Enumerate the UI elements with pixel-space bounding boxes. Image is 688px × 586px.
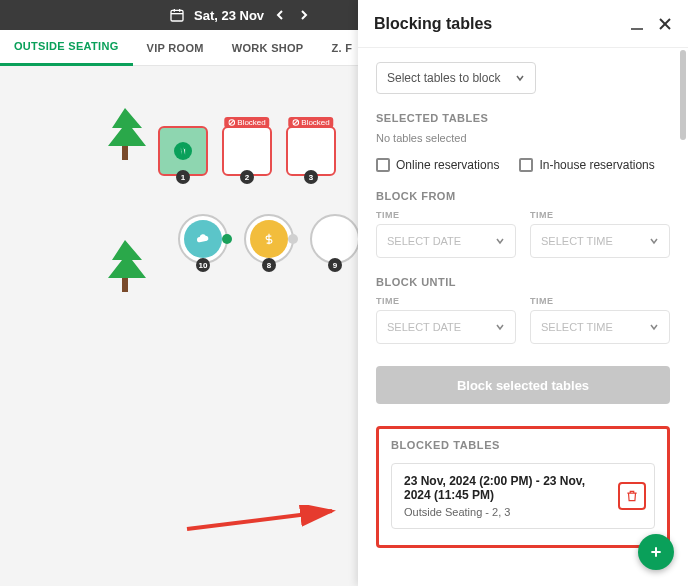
panel-body: Select tables to block SELECTED TABLES N… <box>358 48 688 586</box>
status-dot <box>288 234 298 244</box>
table-8[interactable]: 8 <box>244 214 294 264</box>
block-from-label: BLOCK FROM <box>376 190 670 202</box>
tab-work-shop[interactable]: WORK SHOP <box>218 30 318 66</box>
blocked-entry: 23 Nov, 2024 (2:00 PM) - 23 Nov, 2024 (1… <box>391 463 655 529</box>
select-tables-dropdown[interactable]: Select tables to block <box>376 62 536 94</box>
block-until-date[interactable]: SELECT DATE <box>376 310 516 344</box>
cloud-icon <box>184 220 222 258</box>
tree-icon <box>102 238 148 298</box>
svg-marker-19 <box>108 108 146 146</box>
delete-block-button[interactable] <box>618 482 646 510</box>
block-from-time[interactable]: SELECT TIME <box>530 224 670 258</box>
checkbox-icon <box>376 158 390 172</box>
block-from-date[interactable]: SELECT DATE <box>376 224 516 258</box>
inhouse-reservations-checkbox[interactable]: In-house reservations <box>519 158 654 172</box>
block-selected-button[interactable]: Block selected tables <box>376 366 670 404</box>
svg-rect-22 <box>122 278 128 292</box>
table-10[interactable]: 10 <box>178 214 228 264</box>
time-heading: TIME <box>376 296 516 306</box>
online-reservations-checkbox[interactable]: Online reservations <box>376 158 499 172</box>
online-reservations-label: Online reservations <box>396 158 499 172</box>
calendar-icon[interactable] <box>168 6 186 24</box>
reservation-type-row: Online reservations In-house reservation… <box>376 158 670 172</box>
trash-icon <box>625 489 639 503</box>
tab-vip-room[interactable]: VIP ROOM <box>133 30 218 66</box>
table-3[interactable]: Blocked 3 <box>286 126 336 176</box>
checkbox-icon <box>519 158 533 172</box>
date-navigator: Sat, 23 Nov <box>168 6 312 24</box>
table-number: 1 <box>176 170 190 184</box>
table-1[interactable]: 1 <box>158 126 208 176</box>
table-number: 2 <box>240 170 254 184</box>
current-date[interactable]: Sat, 23 Nov <box>194 8 264 23</box>
svg-marker-21 <box>108 240 146 278</box>
inhouse-reservations-label: In-house reservations <box>539 158 654 172</box>
tree-icon <box>102 106 148 166</box>
table-9[interactable]: 9 <box>310 214 360 264</box>
table-number: 9 <box>328 258 342 272</box>
plus-icon <box>648 544 664 560</box>
table-2[interactable]: Blocked 2 <box>222 126 272 176</box>
selected-tables-label: SELECTED TABLES <box>376 112 670 124</box>
svg-line-26 <box>294 120 298 124</box>
dollar-icon <box>250 220 288 258</box>
time-heading: TIME <box>376 210 516 220</box>
time-heading: TIME <box>530 296 670 306</box>
table-number: 10 <box>196 258 210 272</box>
blocked-badge: Blocked <box>288 117 333 128</box>
close-button[interactable] <box>658 17 672 31</box>
blocked-detail: Outside Seating - 2, 3 <box>404 506 610 518</box>
add-button[interactable] <box>638 534 674 570</box>
block-until-label: BLOCK UNTIL <box>376 276 670 288</box>
blocking-panel: Blocking tables Select tables to block S… <box>358 0 688 586</box>
time-heading: TIME <box>530 210 670 220</box>
blocked-tables-label: BLOCKED TABLES <box>391 439 655 451</box>
block-until-time[interactable]: SELECT TIME <box>530 310 670 344</box>
table-number: 8 <box>262 258 276 272</box>
panel-title: Blocking tables <box>374 15 492 33</box>
svg-line-24 <box>230 120 234 124</box>
prev-day-button[interactable] <box>272 7 288 23</box>
status-dot <box>222 234 232 244</box>
svg-rect-20 <box>122 146 128 160</box>
utensils-icon <box>174 142 192 160</box>
blocked-badge: Blocked <box>224 117 269 128</box>
tab-outside-seating[interactable]: OUTSIDE SEATING <box>0 30 133 66</box>
dropdown-placeholder: Select tables to block <box>387 71 500 85</box>
chevron-down-icon <box>515 73 525 83</box>
table-number: 3 <box>304 170 318 184</box>
svg-rect-0 <box>171 10 183 21</box>
next-day-button[interactable] <box>296 7 312 23</box>
blocked-range: 23 Nov, 2024 (2:00 PM) - 23 Nov, 2024 (1… <box>404 474 610 502</box>
no-tables-text: No tables selected <box>376 132 670 144</box>
minimize-button[interactable] <box>630 17 644 31</box>
blocked-tables-section: BLOCKED TABLES 23 Nov, 2024 (2:00 PM) - … <box>376 426 670 548</box>
panel-header: Blocking tables <box>358 0 688 48</box>
